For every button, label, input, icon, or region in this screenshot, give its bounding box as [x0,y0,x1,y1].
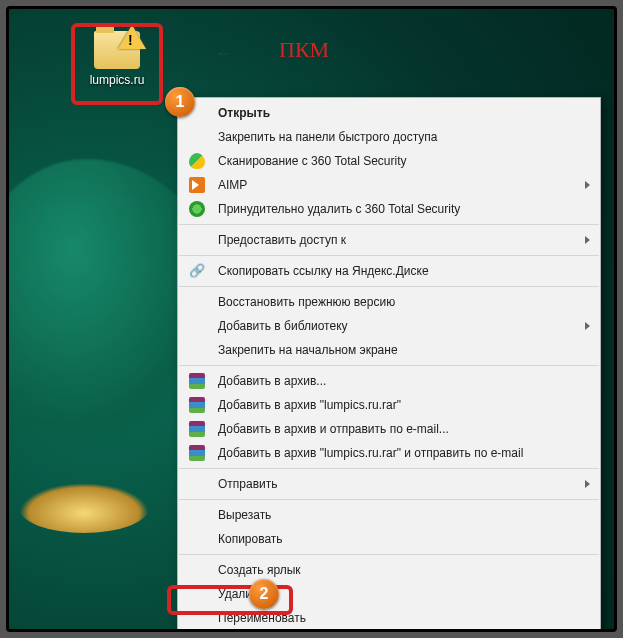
menu-item-label: Создать ярлык [218,563,580,577]
menu-separator [179,224,599,225]
menu-item[interactable]: Удалить [178,582,600,606]
annotation-pkm-label: ПКМ [279,37,329,63]
menu-item-label: Копировать [218,532,580,546]
menu-item-label: Переименовать [218,611,580,625]
menu-item-label: Вырезать [218,508,580,522]
menu-item[interactable]: Добавить в архив "lumpics.ru.rar" и отпр… [178,441,600,465]
link-icon: 🔗 [189,263,205,279]
wallpaper-lamp [19,483,149,533]
menu-item-label: Скопировать ссылку на Яндекс.Диске [218,264,580,278]
aimp-icon [189,177,205,193]
folder-icon: ! [94,31,140,69]
menu-item-label: Добавить в архив "lumpics.ru.rar" [218,398,580,412]
menu-item[interactable]: Переименовать [178,606,600,630]
warning-overlay-icon: ! [118,25,146,49]
rar-icon [189,445,205,461]
screenshot-frame: ! lumpics.ru ПКМ 1 ОткрытьЗакрепить на п… [6,6,617,632]
chevron-right-icon [585,181,590,189]
menu-item-label: Добавить в архив "lumpics.ru.rar" и отпр… [218,446,580,460]
360-icon [189,201,205,217]
menu-item[interactable]: Открыть [178,101,600,125]
menu-item[interactable]: Добавить в библиотеку [178,314,600,338]
menu-item[interactable]: Копировать [178,527,600,551]
menu-item[interactable]: Сканирование с 360 Total Security [178,149,600,173]
chevron-right-icon [585,480,590,488]
menu-item[interactable]: Вырезать [178,503,600,527]
annotation-badge-2: 2 [249,579,279,609]
menu-item[interactable]: 🔗Скопировать ссылку на Яндекс.Диске [178,259,600,283]
menu-item[interactable]: Закрепить на начальном экране [178,338,600,362]
desktop-folder-lumpics[interactable]: ! lumpics.ru [75,27,159,101]
menu-separator [179,286,599,287]
menu-separator [179,365,599,366]
menu-item-label: Добавить в архив... [218,374,580,388]
menu-item[interactable]: AIMP [178,173,600,197]
menu-item-label: Отправить [218,477,580,491]
menu-item-label: Предоставить доступ к [218,233,580,247]
menu-item[interactable]: Восстановить прежнюю версию [178,290,600,314]
menu-item[interactable]: Принудительно удалить с 360 Total Securi… [178,197,600,221]
menu-separator [179,468,599,469]
menu-item-label: Сканирование с 360 Total Security [218,154,580,168]
menu-item[interactable]: Добавить в архив и отправить по e-mail..… [178,417,600,441]
menu-item[interactable]: Добавить в архив... [178,369,600,393]
menu-item[interactable]: Предоставить доступ к [178,228,600,252]
menu-item[interactable]: Отправить [178,472,600,496]
menu-item-label: AIMP [218,178,580,192]
chevron-right-icon [585,236,590,244]
shield-icon [189,153,205,169]
annotation-arrow [169,53,279,55]
menu-item-label: Добавить в архив и отправить по e-mail..… [218,422,580,436]
annotation-badge-1: 1 [165,87,195,117]
menu-item-label: Принудительно удалить с 360 Total Securi… [218,202,580,216]
menu-separator [179,499,599,500]
chevron-right-icon [585,322,590,330]
menu-item-label: Восстановить прежнюю версию [218,295,580,309]
menu-item-label: Закрепить на панели быстрого доступа [218,130,580,144]
svg-marker-1 [219,53,221,54]
menu-item-label: Открыть [218,106,580,120]
rar-icon [189,373,205,389]
context-menu: ОткрытьЗакрепить на панели быстрого дост… [177,97,601,632]
menu-item-label: Закрепить на начальном экране [218,343,580,357]
rar-icon [189,421,205,437]
menu-item[interactable]: Создать ярлык [178,558,600,582]
menu-separator [179,255,599,256]
menu-item[interactable]: Закрепить на панели быстрого доступа [178,125,600,149]
menu-item-label: Добавить в библиотеку [218,319,580,333]
menu-separator [179,554,599,555]
desktop-icon-label: lumpics.ru [90,73,145,87]
rar-icon [189,397,205,413]
menu-item[interactable]: Добавить в архив "lumpics.ru.rar" [178,393,600,417]
